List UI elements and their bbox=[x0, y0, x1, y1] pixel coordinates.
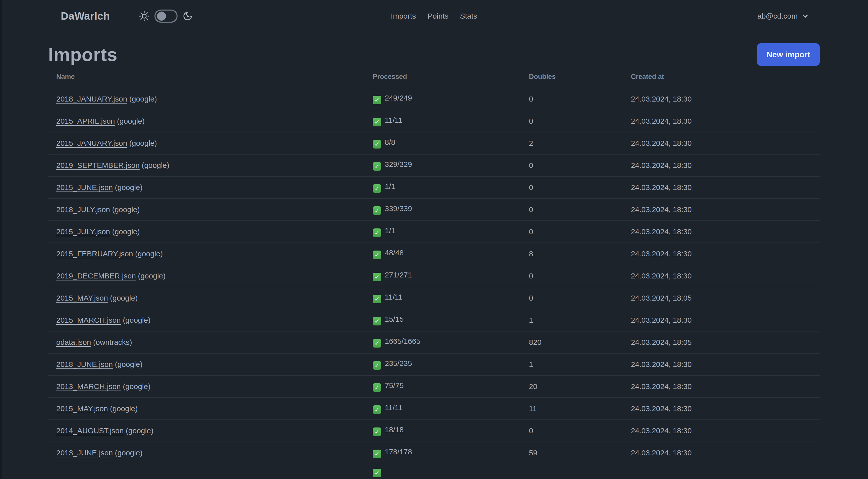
doubles-count: 11 bbox=[521, 397, 623, 420]
table-row: 2015_APRIL.json (google)✓11/11024.03.202… bbox=[48, 110, 820, 132]
import-file-link[interactable]: odata.json bbox=[56, 338, 91, 346]
import-source: (google) bbox=[121, 382, 150, 391]
success-check-icon: ✓ bbox=[373, 295, 381, 303]
processed-count: 11/11 bbox=[385, 293, 403, 301]
import-file-link[interactable]: 2013_JUNE.json bbox=[56, 449, 113, 457]
imports-page: { "navbar": { "brand": "DaWarIch", "nav_… bbox=[0, 0, 868, 479]
success-check-icon: ✓ bbox=[373, 118, 381, 126]
table-row: ✓ bbox=[48, 464, 820, 479]
processed-count: 1665/1665 bbox=[385, 337, 421, 345]
import-file-link[interactable]: 2013_MARCH.json bbox=[56, 382, 121, 391]
new-import-button[interactable]: New import bbox=[757, 43, 820, 66]
import-source: (google) bbox=[113, 360, 143, 368]
nav-item-points[interactable]: Points bbox=[428, 12, 448, 20]
user-menu[interactable]: ab@cd.com bbox=[757, 0, 809, 32]
success-check-icon: ✓ bbox=[373, 383, 381, 392]
import-file-link[interactable]: 2015_MAY.json bbox=[56, 294, 108, 302]
imports-table-body: 2018_JANUARY.json (google)✓249/249024.03… bbox=[48, 88, 820, 479]
doubles-count: 0 bbox=[521, 176, 623, 199]
table-row: 2013_MARCH.json (google)✓75/752024.03.20… bbox=[48, 376, 820, 397]
nav-item-imports[interactable]: Imports bbox=[391, 12, 416, 20]
doubles-count: 0 bbox=[521, 199, 623, 221]
import-file-link[interactable]: 2019_DECEMBER.json bbox=[56, 272, 136, 280]
created-at: 24.03.2024, 18:30 bbox=[623, 132, 820, 154]
import-source: (google) bbox=[113, 183, 143, 191]
success-check-icon: ✓ bbox=[373, 273, 381, 281]
processed-count: 1/1 bbox=[385, 182, 395, 190]
table-row: 2015_JANUARY.json (google)✓8/8224.03.202… bbox=[48, 132, 820, 154]
processed-count: 11/11 bbox=[385, 403, 403, 412]
success-check-icon: ✓ bbox=[373, 206, 381, 215]
created-at: 24.03.2024, 18:30 bbox=[623, 265, 820, 287]
column-header-doubles: Doubles bbox=[521, 66, 623, 88]
doubles-count: 59 bbox=[521, 442, 623, 464]
success-check-icon: ✓ bbox=[373, 229, 381, 237]
import-file-link[interactable]: 2018_JUNE.json bbox=[56, 360, 113, 368]
success-check-icon: ✓ bbox=[373, 184, 381, 193]
table-row: 2019_DECEMBER.json (google)✓271/271024.0… bbox=[48, 265, 820, 287]
column-header-processed: Processed bbox=[365, 66, 521, 88]
doubles-count: 8 bbox=[521, 243, 623, 265]
doubles-count: 0 bbox=[521, 420, 623, 442]
import-file-link[interactable]: 2015_JUNE.json bbox=[56, 183, 113, 191]
import-file-link[interactable]: 2019_SEPTEMBER.json bbox=[56, 161, 140, 169]
table-row: 2019_SEPTEMBER.json (google)✓329/329024.… bbox=[48, 154, 820, 176]
created-at: 24.03.2024, 18:05 bbox=[623, 331, 820, 353]
processed-count: 249/249 bbox=[385, 94, 412, 102]
success-check-icon: ✓ bbox=[373, 250, 381, 259]
table-row: 2015_MARCH.json (google)✓15/15124.03.202… bbox=[48, 309, 820, 331]
import-file-link[interactable]: 2015_MARCH.json bbox=[56, 316, 121, 324]
created-at: 24.03.2024, 18:30 bbox=[623, 199, 820, 221]
success-check-icon: ✓ bbox=[373, 361, 381, 370]
table-row: 2013_JUNE.json (google)✓178/1785924.03.2… bbox=[48, 442, 820, 464]
import-file-link[interactable]: 2015_JANUARY.json bbox=[56, 139, 127, 147]
table-row: 2015_JUNE.json (google)✓1/1024.03.2024, … bbox=[48, 176, 820, 199]
page-head: Imports New import bbox=[48, 43, 820, 66]
table-header-row: NameProcessedDoublesCreated at bbox=[48, 66, 820, 88]
theme-toggle-knob[interactable] bbox=[157, 11, 166, 21]
import-file-link[interactable]: 2018_JULY.json bbox=[56, 205, 110, 214]
success-check-icon: ✓ bbox=[373, 140, 381, 149]
doubles-count: 2 bbox=[521, 132, 623, 154]
success-check-icon: ✓ bbox=[373, 317, 381, 325]
theme-toggle[interactable] bbox=[154, 9, 178, 23]
chevron-down-icon bbox=[802, 12, 809, 20]
table-row: 2015_JULY.json (google)✓1/1024.03.2024, … bbox=[48, 221, 820, 243]
import-source: (google) bbox=[124, 426, 153, 435]
import-file-link[interactable]: 2015_APRIL.json bbox=[56, 117, 115, 125]
doubles-count: 0 bbox=[521, 265, 623, 287]
import-file-link[interactable]: 2015_JULY.json bbox=[56, 228, 110, 236]
brand-logo[interactable]: DaWarIch bbox=[61, 10, 110, 22]
import-source: (google) bbox=[133, 249, 163, 258]
processed-count: 75/75 bbox=[385, 381, 404, 390]
created-at: 24.03.2024, 18:30 bbox=[623, 110, 820, 132]
import-source: (google) bbox=[127, 139, 157, 147]
created-at: 24.03.2024, 18:30 bbox=[623, 442, 820, 464]
import-file-link[interactable]: 2018_JANUARY.json bbox=[56, 95, 127, 103]
import-source: (google) bbox=[121, 316, 150, 324]
user-email: ab@cd.com bbox=[757, 12, 798, 20]
import-file-link[interactable]: 2014_AUGUST.json bbox=[56, 426, 124, 435]
sun-icon bbox=[139, 11, 149, 21]
import-file-link[interactable]: 2015_FEBRUARY.json bbox=[56, 249, 133, 258]
doubles-count: 820 bbox=[521, 331, 623, 353]
processed-count: 235/235 bbox=[385, 359, 412, 367]
import-source: (google) bbox=[136, 272, 165, 280]
column-header-name: Name bbox=[48, 66, 365, 88]
success-check-icon: ✓ bbox=[373, 406, 381, 414]
doubles-count: 1 bbox=[521, 309, 623, 331]
theme-control bbox=[139, 9, 193, 23]
created-at: 24.03.2024, 18:05 bbox=[623, 287, 820, 309]
nav-item-stats[interactable]: Stats bbox=[460, 12, 477, 20]
column-header-created-at: Created at bbox=[623, 66, 820, 88]
table-row: 2018_JULY.json (google)✓339/339024.03.20… bbox=[48, 199, 820, 221]
moon-icon bbox=[183, 11, 193, 21]
doubles-count: 0 bbox=[521, 154, 623, 176]
table-row: 2014_AUGUST.json (google)✓18/18024.03.20… bbox=[48, 420, 820, 442]
navbar: DaWarIch Imports Points bbox=[0, 0, 868, 32]
success-check-icon: ✓ bbox=[373, 427, 381, 436]
success-check-icon: ✓ bbox=[373, 339, 381, 348]
import-source: (google) bbox=[127, 95, 157, 103]
import-file-link[interactable]: 2015_MAY.json bbox=[56, 405, 108, 413]
processed-count: 18/18 bbox=[385, 425, 404, 434]
